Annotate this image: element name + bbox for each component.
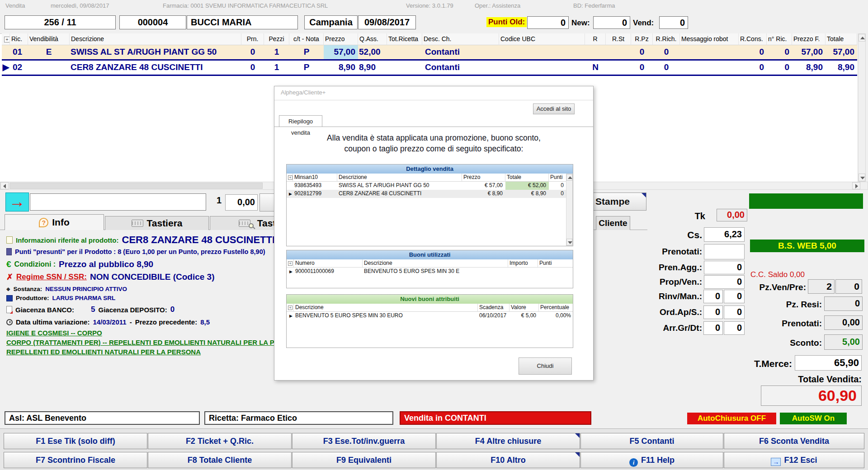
grid-col-header[interactable]: Desc. Ch.: [422, 33, 499, 45]
f7-button[interactable]: F7 Scontrino Fiscale: [4, 452, 147, 468]
scroll-up-icon[interactable]: [566, 174, 572, 181]
expand-icon[interactable]: +: [287, 174, 293, 182]
tab-tastiera[interactable]: Tastiera: [105, 216, 209, 230]
expand-icon[interactable]: +: [287, 304, 294, 312]
col-header[interactable]: Prezzo: [462, 174, 505, 182]
col-header[interactable]: Numero: [294, 259, 363, 268]
data-field[interactable]: 09/08/2017: [358, 15, 416, 29]
col-header[interactable]: Scadenza: [478, 304, 509, 312]
table-row[interactable]: 01 E SWISS AL ST A/RUGH PIANT GG 50 0 1 …: [2, 45, 857, 61]
tk-field[interactable]: 0,00: [717, 209, 747, 221]
f9-button[interactable]: F9 Equivalenti: [292, 452, 436, 468]
grid-col-header[interactable]: Prn.: [241, 33, 264, 45]
category-link[interactable]: REPELLENTI ED EMOLLIENTI NATURALI PER LA…: [6, 348, 201, 356]
grid-col-header[interactable]: n° Ric.: [767, 33, 792, 45]
scroll-down-icon[interactable]: [859, 174, 865, 181]
grid-col-header[interactable]: Prezzo F.: [792, 33, 826, 45]
scroll-down-icon[interactable]: [566, 239, 572, 245]
tab-cliente[interactable]: Cliente: [596, 216, 630, 230]
grid-col-header[interactable]: R.Pz: [631, 33, 653, 45]
grid-col-header[interactable]: Pezzi: [264, 33, 289, 45]
col-header[interactable]: Punti: [538, 259, 573, 268]
col-header[interactable]: Descrizione: [337, 174, 462, 182]
scroll-right-icon[interactable]: [852, 182, 860, 189]
expand-all-icon[interactable]: +: [2, 33, 10, 45]
grid-col-header[interactable]: Totale: [826, 33, 857, 45]
col-header[interactable]: Descrizione: [363, 259, 508, 268]
grid-vertical-scrollbar[interactable]: [858, 33, 866, 182]
regione-field[interactable]: Campania: [304, 15, 358, 29]
expand-icon[interactable]: +: [287, 259, 294, 268]
grid-col-header[interactable]: Vendibilità: [28, 33, 70, 45]
cs-field[interactable]: 6,23: [704, 227, 745, 242]
grid-col-header[interactable]: Q.Ass.: [358, 33, 387, 45]
grid-col-header[interactable]: R.St: [606, 33, 631, 45]
numero-vendita-field[interactable]: 256 / 11: [5, 15, 116, 29]
sconto-field[interactable]: 5,00: [824, 334, 863, 350]
punti-new-field[interactable]: 0: [593, 16, 630, 29]
tab-riepilogo-vendita[interactable]: Riepilogo vendita: [279, 115, 322, 127]
scroll-up-icon[interactable]: [859, 34, 865, 42]
grid-col-header[interactable]: Prezzo: [324, 33, 358, 45]
insert-product-button[interactable]: →: [5, 193, 29, 212]
grid-col-header[interactable]: c/t - Nota: [289, 33, 324, 45]
prenotati-right-field[interactable]: 0,00: [824, 315, 863, 330]
punti-vend-field[interactable]: 0: [659, 16, 688, 29]
scroll-left-icon[interactable]: [0, 182, 9, 189]
f10-button[interactable]: F10 Altro: [436, 452, 580, 468]
chiudi-button[interactable]: Chiudi: [519, 357, 572, 375]
rinv-man-field-2[interactable]: 0: [724, 290, 745, 303]
pren-agg-field[interactable]: 0: [704, 261, 745, 274]
punti-old-field[interactable]: 0: [527, 16, 569, 29]
grid-col-header[interactable]: Codice UBC: [499, 33, 585, 45]
autosw-toggle[interactable]: AutoSW On: [780, 413, 847, 424]
grid-col-header[interactable]: Descrizione: [70, 33, 241, 45]
dettaglio-scrollbar[interactable]: [566, 174, 573, 246]
col-header[interactable]: Descrizione: [294, 304, 478, 312]
scrollbar-thumb[interactable]: [9, 183, 263, 189]
arr-gr-field-2[interactable]: 0: [724, 321, 745, 335]
f1-button[interactable]: F1 Ese Tik (solo diff): [4, 433, 147, 449]
f11-button[interactable]: iF11 Help: [580, 452, 723, 468]
f8-button[interactable]: F8 Totale Cliente: [148, 452, 292, 468]
tab-info[interactable]: ? Info: [5, 214, 104, 230]
tmerce-field[interactable]: 65,90: [795, 355, 862, 371]
autochiusura-toggle[interactable]: AutoChiusura OFF: [687, 413, 776, 424]
category-link[interactable]: CORPO (TRATTAMENTI PER) -- REPELLENTI ED…: [6, 338, 303, 346]
qty-field[interactable]: 1: [207, 195, 222, 206]
amount-field[interactable]: 0,00: [225, 194, 258, 211]
col-header[interactable]: Minsan10: [293, 174, 337, 182]
grid-col-header[interactable]: R.Cons.: [739, 33, 767, 45]
cliente-field[interactable]: BUCCI MARIA: [187, 15, 298, 29]
f4-button[interactable]: F4 Altre chiusure: [436, 433, 580, 449]
table-row[interactable]: ▶ 02 CER8 ZANZARE 48 CUSCINETTI 0 1 P 8,…: [2, 61, 857, 76]
f2-button[interactable]: F2 Ticket + Q.Ric.: [148, 433, 292, 449]
f3-button[interactable]: F3 Ese.Tot/inv.guerra: [292, 433, 436, 449]
prop-ven-field[interactable]: 0: [704, 275, 745, 289]
pz-ven-field-2[interactable]: 0: [835, 279, 862, 294]
grid-col-header[interactable]: Ric.: [10, 33, 28, 45]
category-link[interactable]: IGIENE E COSMESI -- CORPO: [6, 329, 102, 337]
pz-resi-field[interactable]: 0: [824, 296, 863, 311]
col-header[interactable]: Punti: [549, 174, 566, 182]
ord-ap-field-1[interactable]: 0: [703, 306, 723, 319]
prenotati-field[interactable]: [704, 244, 745, 259]
grid-col-header[interactable]: Messaggio robot: [680, 33, 739, 45]
col-header[interactable]: Totale: [505, 174, 549, 182]
grid-col-header[interactable]: Tot.Ricetta: [387, 33, 422, 45]
col-header[interactable]: Percentuale: [539, 304, 573, 312]
codice-cliente-field[interactable]: 000004: [119, 15, 186, 29]
rinv-man-field-1[interactable]: 0: [703, 290, 723, 303]
f12-button[interactable]: →F12 Esci: [724, 452, 864, 468]
grid-col-header[interactable]: R: [585, 33, 606, 45]
f6-button[interactable]: F6 Sconta Vendita: [724, 433, 864, 449]
f5-button[interactable]: F5 Contanti: [580, 433, 723, 449]
arr-gr-field-1[interactable]: 0: [703, 321, 723, 335]
pz-ven-field-1[interactable]: 2: [808, 279, 835, 294]
col-header[interactable]: Importo: [508, 259, 538, 268]
product-input[interactable]: [30, 193, 206, 211]
col-header[interactable]: Valore: [509, 304, 539, 312]
ord-ap-field-2[interactable]: 0: [724, 306, 745, 319]
accedi-al-sito-button[interactable]: Accedi al sito: [533, 103, 575, 114]
grid-col-header[interactable]: R.Rich.: [653, 33, 680, 45]
